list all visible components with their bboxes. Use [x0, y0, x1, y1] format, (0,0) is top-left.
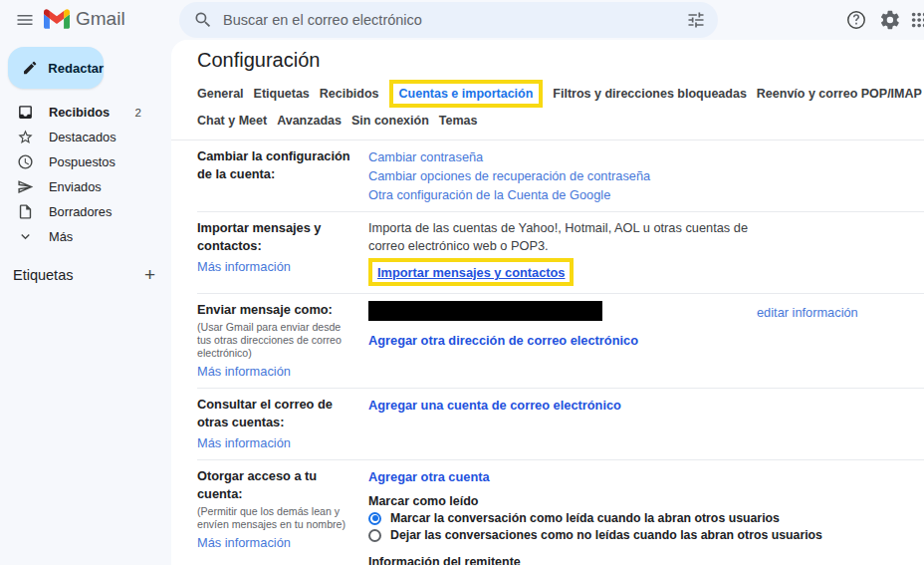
radio-label: Marcar la conversación como leída cuando…	[390, 511, 780, 525]
chevron-down-icon	[17, 228, 34, 245]
radio-option: Dejar las conversaciones como no leídas …	[368, 527, 757, 543]
change-password-link[interactable]: Cambiar contraseña	[368, 148, 483, 166]
tab-sin-conexion[interactable]: Sin conexión	[351, 114, 429, 128]
more-info-link[interactable]: Más información	[197, 258, 291, 276]
tab-etiquetas[interactable]: Etiquetas	[254, 87, 310, 101]
section-check-mail: Consultar el correo de otras cuentas: Má…	[197, 389, 924, 460]
edit-info-link[interactable]: editar información	[757, 304, 858, 322]
section-note: (Permitir que los demás lean y envíen me…	[197, 505, 354, 531]
sidebar-item-destacados[interactable]: Destacados	[0, 125, 167, 149]
sidebar-item-label: Recibidos	[49, 105, 110, 120]
sidebar-item-pospuestos[interactable]: Pospuestos	[0, 149, 167, 174]
sidebar: Redactar Recibidos 2 Destacados Pospuest…	[0, 40, 171, 565]
tab-reenvio-pop-imap[interactable]: Reenvío y correo POP/IMAP	[757, 87, 922, 101]
inbox-icon	[17, 104, 34, 121]
tab-chat-y-meet[interactable]: Chat y Meet	[197, 114, 267, 128]
tab-general[interactable]: General	[197, 87, 244, 101]
section-label: Otorgar acceso a tu cuenta:	[197, 467, 354, 503]
settings-tabs-row-1: General Etiquetas Recibidos Cuentas e im…	[197, 86, 924, 102]
annotation-highlight-box: Importar mensajes y contactos	[368, 258, 574, 286]
app-title: Gmail	[76, 8, 125, 30]
more-info-link[interactable]: Más información	[197, 534, 291, 552]
tab-cuentas-e-importacion[interactable]: Cuentas e importación	[389, 80, 544, 108]
tab-temas[interactable]: Temas	[439, 114, 478, 128]
tune-icon[interactable]	[686, 10, 706, 30]
section-note: (Usar Gmail para enviar desde tus otras …	[197, 321, 354, 360]
more-info-link[interactable]: Más información	[197, 363, 291, 381]
section-import: Importar mensajes y contactos: Más infor…	[197, 212, 924, 294]
section-send-mail-as: Enviar mensaje como: (Usar Gmail para en…	[197, 294, 924, 389]
import-messages-link[interactable]: Importar mensajes y contactos	[377, 264, 565, 281]
sidebar-nav: Recibidos 2 Destacados Pospuestos Enviad…	[0, 100, 167, 249]
settings-main: Configuración General Etiquetas Recibido…	[171, 40, 924, 565]
topbar: Gmail	[0, 0, 924, 40]
radio-option: Marcar la conversación como leída cuando…	[368, 510, 757, 526]
section-grant-access: Otorgar acceso a tu cuenta: (Permitir qu…	[197, 460, 924, 565]
unread-count: 2	[135, 107, 141, 119]
compose-button[interactable]: Redactar	[8, 47, 104, 89]
page-title: Configuración	[197, 48, 924, 72]
send-icon	[17, 178, 34, 195]
labels-heading: Etiquetas	[13, 267, 73, 283]
radio-button[interactable]	[368, 512, 381, 525]
star-icon	[17, 129, 34, 145]
apps-grid-icon[interactable]	[910, 9, 924, 31]
search-input[interactable]	[223, 12, 686, 28]
redacted-email-bar	[368, 301, 602, 321]
gmail-logo	[44, 9, 70, 29]
sidebar-item-borradores[interactable]: Borradores	[0, 199, 167, 224]
sidebar-item-recibidos[interactable]: Recibidos 2	[0, 100, 167, 125]
sidebar-item-label: Más	[49, 229, 73, 244]
search-bar[interactable]	[179, 2, 718, 38]
import-description: Importa de las cuentas de Yahoo!, Hotmai…	[368, 219, 757, 255]
section-label: Enviar mensaje como:	[197, 301, 354, 319]
add-email-address-link[interactable]: Agregar otra dirección de correo electró…	[368, 332, 638, 349]
search-icon[interactable]	[193, 10, 213, 30]
sidebar-item-label: Destacados	[49, 130, 116, 144]
sidebar-item-enviados[interactable]: Enviados	[0, 174, 167, 199]
add-mail-account-link[interactable]: Agregar una cuenta de correo electrónico	[368, 397, 621, 414]
sidebar-item-label: Enviados	[49, 179, 102, 194]
mark-as-read-heading: Marcar como leído	[368, 493, 757, 509]
compose-label: Redactar	[48, 61, 104, 76]
sidebar-item-label: Borradores	[49, 204, 112, 219]
draft-icon	[17, 203, 34, 220]
gear-icon[interactable]	[879, 9, 901, 31]
tab-avanzadas[interactable]: Avanzadas	[277, 114, 342, 128]
sidebar-item-label: Pospuestos	[49, 154, 116, 169]
section-label: Importar mensajes y contactos:	[197, 219, 354, 255]
add-another-account-link[interactable]: Agregar otra cuenta	[368, 468, 490, 485]
sidebar-item-mas[interactable]: Más	[0, 224, 167, 249]
section-account-settings: Cambiar la configuración de la cuenta: C…	[197, 141, 924, 212]
recovery-options-link[interactable]: Cambiar opciones de recuperación de cont…	[368, 167, 650, 185]
tab-filtros[interactable]: Filtros y direcciones bloqueadas	[553, 87, 747, 101]
sender-info-heading: Información del remitente	[368, 554, 757, 565]
google-account-settings-link[interactable]: Otra configuración de la Cuenta de Googl…	[368, 186, 610, 204]
tab-recibidos[interactable]: Recibidos	[320, 87, 379, 101]
add-label-button[interactable]: +	[144, 266, 155, 284]
pencil-icon	[22, 59, 38, 77]
section-label: Consultar el correo de otras cuentas:	[197, 396, 354, 431]
settings-tabs-row-2: Chat y Meet Avanzadas Sin conexión Temas	[197, 113, 924, 129]
section-label: Cambiar la configuración de la cuenta:	[197, 147, 354, 183]
clock-icon	[17, 153, 34, 170]
help-icon[interactable]	[845, 9, 867, 31]
labels-section-header: Etiquetas +	[0, 261, 167, 289]
radio-button[interactable]	[368, 529, 381, 542]
more-info-link[interactable]: Más información	[197, 434, 291, 452]
hamburger-menu-icon[interactable]	[13, 8, 37, 32]
